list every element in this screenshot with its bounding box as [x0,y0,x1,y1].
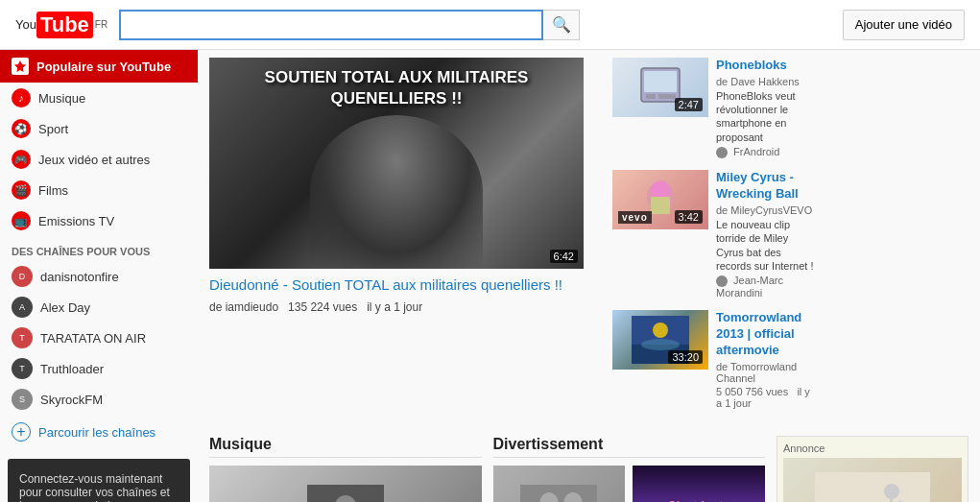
logo[interactable]: YouTubeFR [15,12,108,38]
search-icon: 🔍 [552,15,571,34]
nabilla-image [493,466,626,502]
jeux-label: Jeux vidéo et autres [38,153,150,167]
sidebar-channel-truthloader[interactable]: T Truthloader [0,353,198,384]
phonebloks-info: Phonebloks de Dave Hakkens PhoneBloks ve… [716,58,816,158]
hero-duration: 6:42 [550,250,578,263]
sidebar-channel-taratata[interactable]: T TARATATA ON AIR [0,323,198,353]
tomorrowland-thumb: 33:20 [612,310,708,370]
hero-views: 135 224 vues [288,300,357,314]
danis-label: danisnotonfire [40,270,119,284]
hero-title[interactable]: Dieudonné - Soutien TOTAL aux militaires… [209,275,593,295]
divertissement-section: Divertissement 1:37 [493,436,766,502]
nabilla-video[interactable]: 1:37 ALLO NABILLA : ma famille en Califo… [493,466,626,502]
popular-label: Populaire sur YouTube [36,60,171,74]
right-video-phonebloks[interactable]: 2:47 Phonebloks de Dave Hakkens PhoneBlo… [612,58,816,158]
miley-thumb: vevo 3:42 [612,170,708,229]
channels-section-label: DES CHAÎNES POUR VOUS [0,236,198,261]
sidebar-channel-alexday[interactable]: A Alex Day [0,292,198,323]
browse-channels[interactable]: + Parcourir les chaînes [0,415,198,449]
tomorrowland-info: Tomorrowland 2013 | official aftermovie … [716,310,816,409]
miley-info: Miley Cyrus - Wrecking Ball de MileyCyru… [716,170,816,299]
hero-image-text: SOUTIEN TOTAL AUX MILITAIRES QUENELLIERS… [209,67,584,109]
ad-thumb[interactable]: 0:21 [783,458,962,502]
phonebloks-desc: PhoneBloks veut révolutionner le smartph… [716,89,816,144]
emissions-label: Emissions TV [38,214,114,228]
logo-fr: FR [95,19,108,30]
sidebar-item-emissions[interactable]: 📺 Emissions TV [0,205,198,236]
svg-rect-7 [651,197,670,214]
login-text: Connectez-vous maintenant pour consulter… [19,472,170,502]
nabilla-thumb: 1:37 [493,466,626,502]
phonebloks-channel: de Dave Hakkens [716,76,816,87]
hero-info: Dieudonné - Soutien TOTAL aux militaires… [209,275,593,317]
logo-you: You [15,17,36,32]
phonebloks-endorser-icon [716,147,728,158]
skyrock-avatar: S [12,389,33,410]
truthloader-avatar: T [12,358,33,379]
truthloader-label: Truthloader [40,362,104,376]
cest-juste-thumb: C'est justemoi ou .. 4:18 [633,466,765,502]
search-button[interactable]: 🔍 [543,10,580,40]
cest-juste-image: C'est justemoi ou .. [633,466,765,502]
hero-thumb[interactable]: SOUTIEN TOTAL AUX MILITAIRES QUENELLIERS… [209,58,584,269]
popular-header[interactable]: Populaire sur YouTube [0,50,198,83]
ad-label: Annonce [783,442,962,454]
cest-juste-text: C'est justemoi ou .. [668,498,730,502]
sport-icon: ⚽ [12,119,31,138]
films-icon: 🎬 [12,180,31,200]
hero-image: SOUTIEN TOTAL AUX MILITAIRES QUENELLIERS… [209,58,584,269]
svg-rect-3 [646,94,656,99]
skyrock-label: SkyrockFM [40,393,103,407]
tomorrowland-duration: 33:20 [668,350,703,364]
tomorrowland-title: Tomorrowland 2013 | official aftermovie [716,310,816,359]
sidebar-item-films[interactable]: 🎬 Films [0,175,198,205]
musique-label: Musique [38,91,85,106]
logo-tube: Tube [36,12,93,38]
hero-time: il y a 1 jour [367,300,422,314]
ad-block: Annonce [777,436,968,502]
svg-rect-18 [815,472,930,502]
sidebar-channel-skyrock[interactable]: S SkyrockFM [0,384,198,415]
sidebar-channel-danis[interactable]: D danisnotonfire [0,261,198,292]
phonebloks-thumb: 2:47 [612,58,708,117]
taratata-label: TARATATA ON AIR [40,331,146,346]
hero-meta: de iamdieudo 135 224 vues il y a 1 jour [209,299,593,317]
sidebar-item-jeux[interactable]: 🎮 Jeux vidéo et autres [0,144,198,175]
phonebloks-title: Phonebloks [716,58,816,74]
svg-point-11 [641,339,680,350]
musique-section: Musique vevo 4:21 [209,436,482,502]
svg-marker-0 [14,60,26,72]
sections-row: Musique vevo 4:21 [209,436,968,502]
sport-label: Sport [38,122,68,136]
miley-endorser-icon [716,275,728,287]
login-box: Connectez-vous maintenant pour consulter… [8,459,190,502]
films-label: Films [38,183,68,198]
right-sidebar: 2:47 Phonebloks de Dave Hakkens PhoneBlo… [605,58,816,420]
sidebar-item-musique[interactable]: ♪ Musique [0,83,198,113]
right-video-miley[interactable]: vevo 3:42 Miley Cyrus - Wrecking Ball de… [612,170,816,299]
divertissement-section-title: Divertissement [493,436,766,458]
sidebar-item-sport[interactable]: ⚽ Sport [0,113,198,144]
miley-vevo: vevo [618,211,652,224]
svg-rect-2 [644,71,677,92]
svg-rect-15 [520,485,597,502]
miley-title: Miley Cyrus - Wrecking Ball [716,170,816,203]
search-input[interactable] [119,10,543,40]
hero-video: SOUTIEN TOTAL AUX MILITAIRES QUENELLIERS… [209,58,593,420]
tomorrowland-channel: de Tomorrowland Channel [716,361,816,384]
cest-juste-video[interactable]: C'est justemoi ou .. 4:18 C'est juste mo… [633,466,765,502]
tomorrowland-meta: 5 050 756 vues il y a 1 jour [716,386,816,409]
svg-rect-4 [658,94,676,99]
danis-avatar: D [12,266,33,287]
hero-channel: de iamdieudo [209,300,278,314]
ad-image [783,458,962,502]
eminem-video[interactable]: vevo 4:21 Eminem - Berzerk (Official) (E… [209,466,482,502]
miley-channel: de MileyCyrusVEVO [716,204,816,216]
popular-icon [12,58,29,75]
right-video-tomorrowland[interactable]: 33:20 Tomorrowland 2013 | official after… [612,310,816,409]
add-video-button[interactable]: Ajouter une vidéo [843,10,965,40]
musique-section-title: Musique [209,436,482,458]
svg-point-19 [884,484,899,499]
musique-icon: ♪ [12,88,31,108]
miley-duration: 3:42 [675,210,703,224]
